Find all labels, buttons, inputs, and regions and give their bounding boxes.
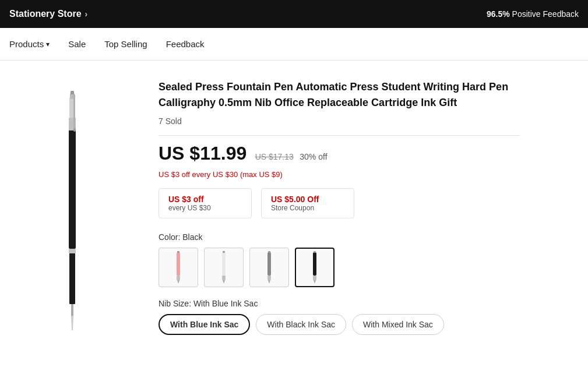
svg-rect-23 [313,252,316,276]
coupon-row: US $3 off every US $30 US $5.00 Off Stor… [159,188,520,218]
nib-btn-blue-label: With Blue Ink Sac [170,320,238,329]
svg-rect-19 [267,252,271,276]
nav-products[interactable]: Products ▾ [9,34,50,54]
svg-rect-2 [69,252,75,304]
color-label: Color: Black [159,232,520,242]
coupon-1[interactable]: US $3 off every US $30 [159,188,252,218]
svg-marker-21 [268,280,270,284]
svg-rect-16 [222,276,226,280]
svg-rect-10 [73,128,76,132]
svg-rect-26 [314,251,316,253]
svg-rect-11 [177,252,180,276]
nib-options: With Blue Ink Sac With Black Ink Sac Wit… [159,314,520,335]
top-bar: Stationery Store › 96.5% Positive Feedba… [0,0,588,28]
store-name: Stationery Store [9,9,82,19]
nav-top-selling[interactable]: Top Selling [104,34,147,54]
svg-rect-22 [268,251,270,253]
svg-rect-15 [222,252,226,276]
svg-rect-3 [69,249,76,253]
feedback-percent: 96.5% [487,9,510,19]
svg-rect-9 [73,94,75,129]
price-discount-percent: 30% off [300,152,327,161]
nib-label: Nib Size: With Blue Ink Sac [159,299,520,308]
svg-rect-14 [177,251,179,253]
svg-rect-20 [267,276,271,280]
product-image [61,89,84,333]
svg-marker-17 [223,280,225,284]
nav-feedback[interactable]: Feedback [166,34,205,54]
sold-count: 7 Sold [159,117,520,126]
svg-marker-13 [177,280,179,284]
svg-marker-1 [71,304,73,316]
feedback-text: Positive Feedback [512,9,579,19]
feedback-badge: 96.5% Positive Feedback [487,9,579,19]
svg-rect-18 [223,251,225,253]
nav-feedback-label: Feedback [166,39,205,49]
price-original: US $17.13 [255,152,294,161]
nav-top-selling-label: Top Selling [104,39,147,49]
svg-marker-25 [314,280,316,284]
svg-rect-12 [177,276,180,280]
color-swatch-white[interactable] [204,248,244,287]
store-chevron-icon: › [85,9,88,19]
secondary-nav: Products ▾ Sale Top Selling Feedback [0,28,588,61]
price-section: US $11.99 US $17.13 30% off [159,143,520,164]
product-details: Sealed Press Fountain Pen Automatic Pres… [159,79,520,348]
nav-sale[interactable]: Sale [68,34,86,54]
nib-btn-mixed[interactable]: With Mixed Ink Sac [352,314,444,335]
nav-products-label: Products [9,39,44,49]
svg-rect-8 [71,91,74,94]
nib-btn-black[interactable]: With Black Ink Sac [256,314,346,335]
coupon-2-title: US $5.00 Off [271,195,344,204]
svg-rect-24 [313,276,316,280]
coupon-2[interactable]: US $5.00 Off Store Coupon [261,188,354,218]
nib-btn-black-label: With Black Ink Sac [267,320,335,329]
discount-offer: US $3 off every US $30 (max US $9) [159,170,520,179]
product-image-area [14,79,131,348]
color-swatch-black[interactable] [295,248,335,287]
price-current: US $11.99 [159,143,247,164]
coupon-1-subtitle: every US $30 [168,204,242,212]
price-divider [159,135,520,136]
product-title: Sealed Press Fountain Pen Automatic Pres… [159,79,520,111]
svg-marker-0 [71,316,73,330]
main-content: Sealed Press Fountain Pen Automatic Pres… [0,61,588,367]
svg-rect-4 [69,129,76,249]
coupon-1-title: US $3 off [168,195,242,204]
chevron-down-icon: ▾ [46,40,50,48]
color-swatch-grey[interactable] [249,248,289,287]
color-swatch-pink[interactable] [159,248,198,287]
color-options [159,248,520,287]
store-brand[interactable]: Stationery Store › [9,9,87,19]
coupon-2-subtitle: Store Coupon [271,204,344,212]
nav-sale-label: Sale [68,39,86,49]
nib-btn-mixed-label: With Mixed Ink Sac [363,320,433,329]
nib-btn-blue[interactable]: With Blue Ink Sac [159,314,250,335]
